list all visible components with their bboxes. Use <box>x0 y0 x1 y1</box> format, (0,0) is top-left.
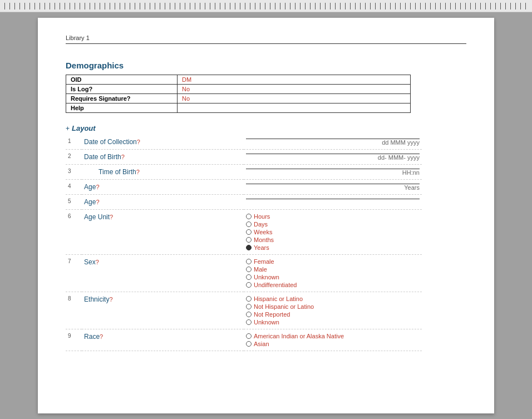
row-number: 5 <box>66 195 82 210</box>
radio-group: American Indian or Alaska NativeAsian <box>246 333 420 347</box>
field-help-icon[interactable]: ? <box>100 333 103 340</box>
field-help-icon[interactable]: ? <box>110 214 113 220</box>
row-number: 9 <box>66 329 82 351</box>
radio-item[interactable]: Unknown <box>246 274 420 280</box>
field-name-text: Age <box>84 183 96 191</box>
field-help-icon[interactable]: ? <box>121 154 125 160</box>
radio-circle <box>246 319 252 325</box>
radio-item[interactable]: Not Reported <box>246 311 420 318</box>
metadata-label: Is Log? <box>66 85 178 94</box>
field-label: Date of Collection? <box>82 135 244 150</box>
radio-item[interactable]: Female <box>246 258 420 265</box>
row-number: 1 <box>66 135 82 150</box>
field-help-icon[interactable]: ? <box>109 296 112 303</box>
field-value: dd MMM yyyy <box>244 135 422 150</box>
field-help-icon[interactable]: ? <box>96 259 99 265</box>
layout-table: 1Date of Collection?dd MMM yyyy2Date of … <box>66 135 422 351</box>
field-name-text: Sex <box>84 258 96 266</box>
radio-circle <box>246 341 252 347</box>
metadata-label: Help <box>66 103 178 113</box>
radio-item[interactable]: Undifferentiated <box>246 282 420 288</box>
field-hint: dd- MMM- yyyy <box>246 154 420 161</box>
field-hint: HH:nn <box>246 169 420 176</box>
radio-label: Undifferentiated <box>254 282 297 288</box>
row-number: 3 <box>66 165 82 180</box>
field-help-icon[interactable]: ? <box>137 139 140 145</box>
radio-label: Unknown <box>254 274 279 280</box>
radio-item[interactable]: Weeks <box>246 229 420 235</box>
field-label: Age? <box>82 180 244 195</box>
row-number: 4 <box>66 180 82 195</box>
field-help-icon[interactable]: ? <box>96 184 99 190</box>
radio-label: Unknown <box>254 319 279 326</box>
radio-label: Not Reported <box>254 311 290 318</box>
radio-label: American Indian or Alaska Native <box>254 333 344 339</box>
radio-item[interactable]: Hours <box>246 213 420 220</box>
radio-label: Hispanic or Latino <box>254 295 303 302</box>
library-title: Library 1 <box>66 34 466 44</box>
page: Library 1 Demographics OIDDMIs Log?NoReq… <box>38 18 494 413</box>
field-label: Sex? <box>82 255 244 292</box>
radio-circle <box>246 214 252 219</box>
radio-item[interactable]: Asian <box>246 341 420 347</box>
radio-circle <box>246 282 252 288</box>
radio-circle <box>246 333 252 339</box>
field-label: Time of Birth? <box>82 165 244 180</box>
field-label: Race? <box>82 329 244 351</box>
field-value: HoursDaysWeeksMonthsYears <box>244 210 422 255</box>
radio-item[interactable]: Male <box>246 266 420 273</box>
radio-item[interactable]: Years <box>246 244 420 251</box>
field-value <box>244 195 422 210</box>
section-title: Demographics <box>66 61 466 70</box>
metadata-label: OID <box>66 75 178 85</box>
field-name-text: Date of Birth <box>84 153 121 161</box>
radio-circle <box>246 304 252 309</box>
page-container: Library 1 Demographics OIDDMIs Log?NoReq… <box>0 12 532 419</box>
layout-toggle[interactable]: + <box>66 125 70 132</box>
metadata-value: No <box>178 94 411 103</box>
row-number: 8 <box>66 292 82 329</box>
metadata-value: No <box>178 85 411 94</box>
field-name-text: Age <box>84 198 96 206</box>
radio-item[interactable]: Unknown <box>246 319 420 326</box>
radio-label: Days <box>254 221 268 228</box>
radio-circle <box>246 312 252 317</box>
radio-circle <box>246 237 252 243</box>
field-hint: dd MMM yyyy <box>246 139 420 146</box>
radio-label: Female <box>254 258 274 265</box>
radio-circle <box>246 245 252 250</box>
field-name-text: Date of Collection <box>84 138 137 146</box>
row-number: 2 <box>66 150 82 165</box>
radio-group: Hispanic or LatinoNot Hispanic or Latino… <box>246 295 420 326</box>
radio-item[interactable]: Days <box>246 221 420 228</box>
field-value: FemaleMaleUnknownUndifferentiated <box>244 255 422 292</box>
radio-group: FemaleMaleUnknownUndifferentiated <box>246 258 420 288</box>
field-help-icon[interactable]: ? <box>136 169 140 175</box>
field-value: Years <box>244 180 422 195</box>
radio-item[interactable]: Hispanic or Latino <box>246 295 420 302</box>
radio-circle <box>246 267 252 272</box>
field-name-text: Age Unit <box>84 213 110 221</box>
ruler <box>0 0 532 12</box>
radio-label: Hours <box>254 213 270 220</box>
radio-circle <box>246 259 252 264</box>
field-input[interactable] <box>246 198 420 199</box>
field-value: American Indian or Alaska NativeAsian <box>244 329 422 351</box>
radio-label: Male <box>254 266 267 273</box>
row-number: 7 <box>66 255 82 292</box>
field-name-text: Time of Birth <box>98 168 136 176</box>
radio-item[interactable]: Not Hispanic or Latino <box>246 303 420 310</box>
radio-circle <box>246 229 252 235</box>
metadata-value <box>178 103 411 113</box>
field-help-icon[interactable]: ? <box>96 199 99 205</box>
field-label: Age Unit? <box>82 210 244 255</box>
field-label: Ethnicity? <box>82 292 244 329</box>
radio-label: Asian <box>254 341 269 347</box>
field-hint: Years <box>246 184 420 191</box>
field-value: dd- MMM- yyyy <box>244 150 422 165</box>
radio-item[interactable]: Months <box>246 236 420 243</box>
field-name-text: Ethnicity <box>84 295 109 303</box>
field-name-text: Race <box>84 333 100 341</box>
radio-item[interactable]: American Indian or Alaska Native <box>246 333 420 339</box>
field-label: Date of Birth? <box>82 150 244 165</box>
